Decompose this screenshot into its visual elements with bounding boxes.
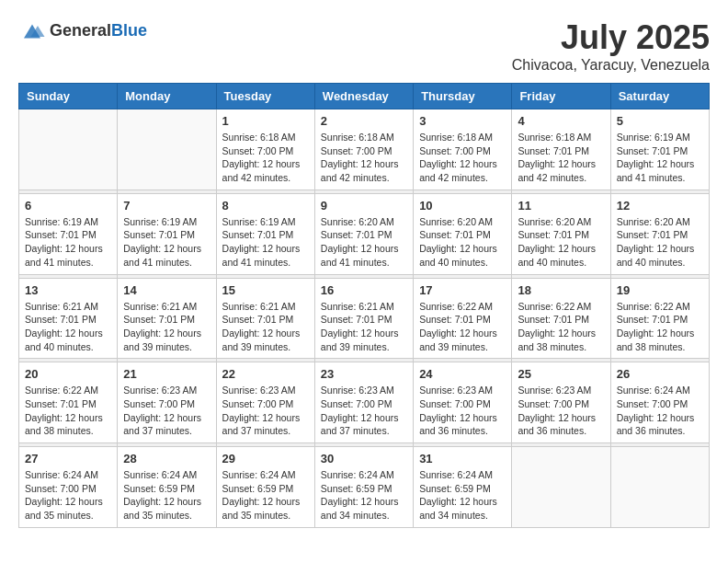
day-info: Sunrise: 6:19 AMSunset: 7:01 PMDaylight:…	[123, 215, 210, 270]
calendar-week-row: 20Sunrise: 6:22 AMSunset: 7:01 PMDayligh…	[19, 362, 710, 443]
day-info: Sunrise: 6:22 AMSunset: 7:01 PMDaylight:…	[617, 300, 703, 354]
calendar-cell: 28Sunrise: 6:24 AMSunset: 6:59 PMDayligh…	[118, 447, 216, 528]
logo-general: GeneralBlue	[50, 22, 147, 40]
day-number: 8	[222, 199, 309, 213]
calendar-cell: 19Sunrise: 6:22 AMSunset: 7:01 PMDayligh…	[610, 278, 709, 359]
day-number: 22	[222, 367, 309, 381]
location-subtitle: Chivacoa, Yaracuy, Venezuela	[512, 57, 710, 74]
day-number: 14	[123, 283, 210, 297]
col-saturday: Saturday	[610, 84, 709, 109]
calendar-cell: 26Sunrise: 6:24 AMSunset: 7:00 PMDayligh…	[610, 362, 709, 443]
day-info: Sunrise: 6:24 AMSunset: 7:00 PMDaylight:…	[25, 468, 111, 523]
day-number: 30	[321, 452, 407, 465]
day-info: Sunrise: 6:21 AMSunset: 7:01 PMDaylight:…	[321, 300, 407, 354]
calendar-cell: 30Sunrise: 6:24 AMSunset: 6:59 PMDayligh…	[314, 447, 413, 528]
day-number: 19	[617, 283, 703, 297]
calendar-cell: 7Sunrise: 6:19 AMSunset: 7:01 PMDaylight…	[118, 193, 216, 274]
logo: GeneralBlue	[18, 18, 147, 44]
day-info: Sunrise: 6:18 AMSunset: 7:00 PMDaylight:…	[222, 131, 309, 185]
calendar-table: Sunday Monday Tuesday Wednesday Thursday…	[18, 83, 710, 528]
calendar-cell: 29Sunrise: 6:24 AMSunset: 6:59 PMDayligh…	[216, 447, 314, 528]
logo-icon	[18, 18, 46, 44]
calendar-cell: 1Sunrise: 6:18 AMSunset: 7:00 PMDaylight…	[216, 109, 314, 190]
header: GeneralBlue July 2025 Chivacoa, Yaracuy,…	[18, 18, 710, 74]
day-info: Sunrise: 6:19 AMSunset: 7:01 PMDaylight:…	[617, 131, 703, 185]
calendar-week-row: 6Sunrise: 6:19 AMSunset: 7:01 PMDaylight…	[19, 193, 710, 274]
day-info: Sunrise: 6:20 AMSunset: 7:01 PMDaylight:…	[617, 215, 703, 270]
calendar-cell: 10Sunrise: 6:20 AMSunset: 7:01 PMDayligh…	[414, 193, 512, 274]
calendar-cell	[118, 109, 216, 190]
day-number: 3	[419, 114, 506, 128]
calendar-week-row: 13Sunrise: 6:21 AMSunset: 7:01 PMDayligh…	[19, 278, 710, 359]
day-info: Sunrise: 6:24 AMSunset: 6:59 PMDaylight:…	[321, 468, 407, 523]
calendar-cell: 11Sunrise: 6:20 AMSunset: 7:01 PMDayligh…	[512, 193, 610, 274]
day-info: Sunrise: 6:18 AMSunset: 7:00 PMDaylight:…	[419, 131, 506, 185]
day-number: 26	[617, 367, 703, 381]
day-number: 4	[518, 114, 604, 128]
calendar-cell: 16Sunrise: 6:21 AMSunset: 7:01 PMDayligh…	[314, 278, 413, 359]
day-number: 21	[123, 367, 210, 381]
day-info: Sunrise: 6:22 AMSunset: 7:01 PMDaylight:…	[25, 384, 111, 438]
calendar-cell: 20Sunrise: 6:22 AMSunset: 7:01 PMDayligh…	[19, 362, 118, 443]
day-info: Sunrise: 6:24 AMSunset: 6:59 PMDaylight:…	[123, 468, 210, 523]
day-number: 7	[123, 199, 210, 213]
day-info: Sunrise: 6:20 AMSunset: 7:01 PMDaylight:…	[419, 215, 506, 270]
calendar-cell: 14Sunrise: 6:21 AMSunset: 7:01 PMDayligh…	[118, 278, 216, 359]
calendar-week-row: 27Sunrise: 6:24 AMSunset: 7:00 PMDayligh…	[19, 447, 710, 528]
day-number: 29	[222, 452, 309, 465]
day-info: Sunrise: 6:21 AMSunset: 7:01 PMDaylight:…	[222, 300, 309, 354]
day-number: 23	[321, 367, 407, 381]
calendar-cell: 3Sunrise: 6:18 AMSunset: 7:00 PMDaylight…	[414, 109, 512, 190]
day-info: Sunrise: 6:24 AMSunset: 6:59 PMDaylight:…	[419, 468, 506, 523]
day-info: Sunrise: 6:23 AMSunset: 7:00 PMDaylight:…	[419, 384, 506, 438]
month-title: July 2025	[512, 18, 710, 57]
calendar-body: 1Sunrise: 6:18 AMSunset: 7:00 PMDaylight…	[19, 109, 710, 528]
day-info: Sunrise: 6:18 AMSunset: 7:01 PMDaylight:…	[518, 131, 604, 185]
day-info: Sunrise: 6:22 AMSunset: 7:01 PMDaylight:…	[518, 300, 604, 354]
calendar-cell: 8Sunrise: 6:19 AMSunset: 7:01 PMDaylight…	[216, 193, 314, 274]
day-number: 15	[222, 283, 309, 297]
calendar-cell: 17Sunrise: 6:22 AMSunset: 7:01 PMDayligh…	[414, 278, 512, 359]
day-number: 18	[518, 283, 604, 297]
day-info: Sunrise: 6:23 AMSunset: 7:00 PMDaylight:…	[222, 384, 309, 438]
day-info: Sunrise: 6:23 AMSunset: 7:00 PMDaylight:…	[123, 384, 210, 438]
day-info: Sunrise: 6:24 AMSunset: 7:00 PMDaylight:…	[617, 384, 703, 438]
day-info: Sunrise: 6:23 AMSunset: 7:00 PMDaylight:…	[321, 384, 407, 438]
calendar-cell: 24Sunrise: 6:23 AMSunset: 7:00 PMDayligh…	[414, 362, 512, 443]
calendar-cell: 23Sunrise: 6:23 AMSunset: 7:00 PMDayligh…	[314, 362, 413, 443]
day-number: 5	[617, 114, 703, 128]
day-info: Sunrise: 6:21 AMSunset: 7:01 PMDaylight:…	[25, 300, 111, 354]
col-thursday: Thursday	[414, 84, 512, 109]
day-info: Sunrise: 6:19 AMSunset: 7:01 PMDaylight:…	[25, 215, 111, 270]
day-info: Sunrise: 6:20 AMSunset: 7:01 PMDaylight:…	[518, 215, 604, 270]
calendar-cell	[19, 109, 118, 190]
day-info: Sunrise: 6:19 AMSunset: 7:01 PMDaylight:…	[222, 215, 309, 270]
calendar-cell: 21Sunrise: 6:23 AMSunset: 7:00 PMDayligh…	[118, 362, 216, 443]
day-info: Sunrise: 6:20 AMSunset: 7:01 PMDaylight:…	[321, 215, 407, 270]
calendar-cell: 5Sunrise: 6:19 AMSunset: 7:01 PMDaylight…	[610, 109, 709, 190]
day-number: 24	[419, 367, 506, 381]
day-number: 11	[518, 199, 604, 213]
col-sunday: Sunday	[19, 84, 118, 109]
day-info: Sunrise: 6:18 AMSunset: 7:00 PMDaylight:…	[321, 131, 407, 185]
day-number: 25	[518, 367, 604, 381]
col-monday: Monday	[118, 84, 216, 109]
calendar-cell: 22Sunrise: 6:23 AMSunset: 7:00 PMDayligh…	[216, 362, 314, 443]
calendar-cell: 12Sunrise: 6:20 AMSunset: 7:01 PMDayligh…	[610, 193, 709, 274]
calendar-cell: 25Sunrise: 6:23 AMSunset: 7:00 PMDayligh…	[512, 362, 610, 443]
day-number: 28	[123, 452, 210, 465]
day-number: 13	[25, 283, 111, 297]
calendar-cell: 6Sunrise: 6:19 AMSunset: 7:01 PMDaylight…	[19, 193, 118, 274]
day-number: 27	[25, 452, 111, 465]
calendar-cell: 2Sunrise: 6:18 AMSunset: 7:00 PMDaylight…	[314, 109, 413, 190]
calendar-cell: 31Sunrise: 6:24 AMSunset: 6:59 PMDayligh…	[414, 447, 512, 528]
day-number: 17	[419, 283, 506, 297]
calendar-cell: 13Sunrise: 6:21 AMSunset: 7:01 PMDayligh…	[19, 278, 118, 359]
day-info: Sunrise: 6:21 AMSunset: 7:01 PMDaylight:…	[123, 300, 210, 354]
calendar-cell: 9Sunrise: 6:20 AMSunset: 7:01 PMDaylight…	[314, 193, 413, 274]
day-info: Sunrise: 6:24 AMSunset: 6:59 PMDaylight:…	[222, 468, 309, 523]
day-number: 16	[321, 283, 407, 297]
col-tuesday: Tuesday	[216, 84, 314, 109]
title-area: July 2025 Chivacoa, Yaracuy, Venezuela	[512, 18, 710, 74]
calendar-cell	[610, 447, 709, 528]
